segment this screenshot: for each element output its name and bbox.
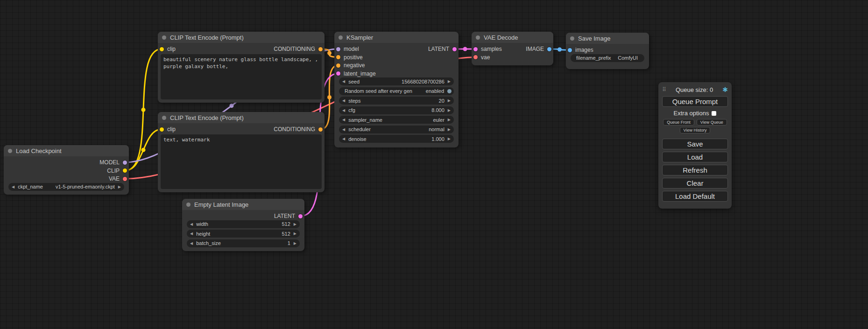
clear-button[interactable]: Clear (662, 178, 728, 189)
widget-seed[interactable]: ◀seed156680208700286▶ (339, 77, 454, 85)
collapse-dot-icon[interactable] (570, 36, 574, 41)
output-dot-model[interactable] (123, 161, 127, 165)
queue-prompt-button[interactable]: Queue Prompt (662, 96, 728, 107)
refresh-button[interactable]: Refresh (662, 165, 728, 175)
widget-filename-prefix[interactable]: filename_prefixComfyUI (571, 54, 644, 62)
node-6-save-image[interactable]: Save Imageimagesfilename_prefixComfyUI (566, 33, 649, 69)
widget-random-seed-after-every-gen[interactable]: Random seed after every genenabled (339, 87, 454, 95)
collapse-dot-icon[interactable] (339, 35, 343, 40)
increment-arrow-icon[interactable]: ▶ (290, 222, 300, 226)
collapse-dot-icon[interactable] (162, 35, 166, 40)
widget-label: steps (348, 98, 360, 104)
input-dot-model[interactable] (336, 47, 340, 51)
extra-options-checkbox[interactable] (712, 111, 716, 116)
node-title: CLIP Text Encode (Prompt) (170, 34, 244, 41)
increment-arrow-icon[interactable]: ▶ (445, 118, 454, 122)
prompt-textarea[interactable]: beautiful scenery nature glass bottle la… (161, 54, 322, 100)
increment-arrow-icon[interactable]: ▶ (290, 241, 300, 245)
prompt-textarea[interactable]: text, watermark (161, 134, 322, 189)
view-history-button[interactable]: View History (680, 127, 711, 133)
widget-height[interactable]: ◀height512▶ (187, 230, 300, 238)
input-dot-latent-image[interactable] (336, 71, 340, 76)
widget-steps[interactable]: ◀steps20▶ (339, 97, 454, 105)
settings-gear-icon[interactable]: ✱ (722, 86, 728, 93)
decrement-arrow-icon[interactable]: ◀ (187, 222, 196, 226)
node-1-clip-text-encode-prompt[interactable]: CLIP Text Encode (Prompt)clipCONDITIONIN… (158, 32, 325, 103)
widget-batch-size[interactable]: ◀batch_size1▶ (187, 239, 300, 247)
widget-scheduler[interactable]: ◀schedulernormal▶ (339, 126, 454, 133)
widget-cfg[interactable]: ◀cfg8.000▶ (339, 106, 454, 114)
save-button[interactable]: Save (662, 139, 728, 149)
output-dot-latent[interactable] (452, 47, 457, 51)
input-label: vae (481, 54, 490, 61)
decrement-arrow-icon[interactable]: ◀ (339, 79, 348, 84)
widget-value: 20 (439, 98, 445, 104)
node-title-bar[interactable]: Load Checkpoint (4, 145, 129, 156)
widget-value: 512 (282, 231, 290, 237)
load-button[interactable]: Load (662, 152, 728, 162)
node-2-clip-text-encode-prompt[interactable]: CLIP Text Encode (Prompt)clipCONDITIONIN… (158, 112, 325, 192)
input-dot-vae[interactable] (473, 55, 478, 59)
decrement-arrow-icon[interactable]: ◀ (339, 127, 348, 132)
input-dot-images[interactable] (568, 48, 572, 52)
node-graph-canvas[interactable]: Load CheckpointMODELCLIPVAE◀ckpt_namev1-… (0, 0, 868, 329)
collapse-dot-icon[interactable] (162, 116, 166, 120)
input-dot-clip[interactable] (160, 127, 164, 132)
output-dot-clip[interactable] (123, 168, 127, 173)
increment-arrow-icon[interactable]: ▶ (445, 98, 454, 103)
increment-arrow-icon[interactable]: ▶ (290, 231, 300, 236)
increment-arrow-icon[interactable]: ▶ (445, 127, 454, 132)
node-title: KSampler (346, 34, 373, 41)
input-dot-positive[interactable] (336, 55, 340, 59)
node-4-ksampler[interactable]: KSamplermodelpositivenegativelatent_imag… (334, 32, 459, 147)
toggle-indicator-icon[interactable] (447, 89, 452, 93)
node-title-bar[interactable]: VAE Decode (472, 32, 553, 43)
decrement-arrow-icon[interactable]: ◀ (187, 231, 196, 236)
decrement-arrow-icon[interactable]: ◀ (339, 118, 348, 122)
decrement-arrow-icon[interactable]: ◀ (339, 137, 348, 141)
input-dot-negative[interactable] (336, 63, 340, 68)
widget-label: seed (348, 79, 360, 84)
widget-ckpt-name[interactable]: ◀ckpt_namev1-5-pruned-emaonly.ckpt▶ (8, 183, 124, 191)
collapse-dot-icon[interactable] (476, 35, 480, 40)
node-title: Save Image (578, 35, 610, 42)
widget-value: 8.000 (431, 107, 445, 113)
widget-sampler-name[interactable]: ◀sampler_nameeuler▶ (339, 116, 454, 124)
decrement-arrow-icon[interactable]: ◀ (187, 241, 196, 245)
collapse-dot-icon[interactable] (186, 203, 191, 207)
drag-handle-icon[interactable]: ⠿ (662, 86, 666, 93)
output-slot-conditioning: CONDITIONING (274, 126, 323, 133)
increment-arrow-icon[interactable]: ▶ (445, 137, 454, 141)
widget-width[interactable]: ◀width512▶ (187, 220, 300, 228)
widget-value: normal (429, 126, 445, 132)
increment-arrow-icon[interactable]: ▶ (445, 108, 454, 112)
output-dot-image[interactable] (547, 47, 551, 51)
load-default-button[interactable]: Load Default (662, 191, 728, 202)
collapse-dot-icon[interactable] (8, 149, 12, 153)
output-dot-vae[interactable] (123, 177, 127, 181)
view-queue-button[interactable]: View Queue (697, 119, 727, 126)
node-title-bar[interactable]: Empty Latent Image (182, 199, 304, 210)
node-title-bar[interactable]: KSampler (334, 32, 459, 43)
decrement-arrow-icon[interactable]: ◀ (339, 108, 348, 112)
increment-arrow-icon[interactable]: ▶ (115, 185, 124, 189)
output-dot-conditioning[interactable] (318, 47, 323, 51)
widget-denoise[interactable]: ◀denoise1.000▶ (339, 135, 454, 143)
widget-label: scheduler (348, 126, 371, 132)
input-label: latent_image (344, 70, 376, 77)
node-title-bar[interactable]: Save Image (566, 33, 649, 44)
queue-front-button[interactable]: Queue Front (663, 119, 694, 126)
decrement-arrow-icon[interactable]: ◀ (8, 185, 18, 189)
node-5-vae-decode[interactable]: VAE DecodesamplesvaeIMAGE (472, 32, 553, 65)
node-title-bar[interactable]: CLIP Text Encode (Prompt) (158, 32, 325, 43)
node-0-load-checkpoint[interactable]: Load CheckpointMODELCLIPVAE◀ckpt_namev1-… (4, 145, 129, 195)
widget-label: Random seed after every gen (345, 88, 412, 94)
output-dot-conditioning[interactable] (318, 127, 323, 132)
output-dot-latent[interactable] (298, 214, 303, 218)
input-dot-samples[interactable] (473, 47, 478, 51)
decrement-arrow-icon[interactable]: ◀ (339, 98, 348, 103)
input-dot-clip[interactable] (160, 47, 164, 51)
node-3-empty-latent-image[interactable]: Empty Latent ImageLATENT◀width512▶◀heigh… (182, 199, 304, 251)
node-title-bar[interactable]: CLIP Text Encode (Prompt) (158, 112, 325, 123)
increment-arrow-icon[interactable]: ▶ (445, 79, 454, 84)
